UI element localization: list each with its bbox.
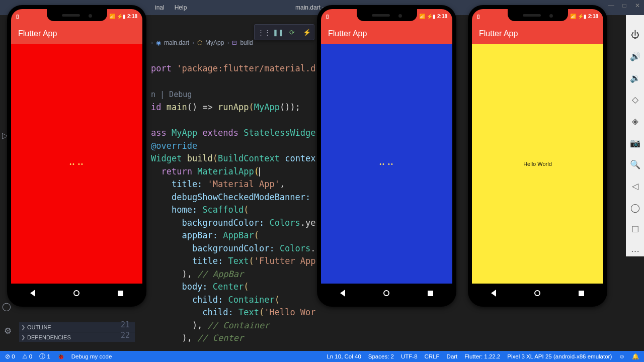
nav-back-icon[interactable] bbox=[340, 290, 345, 297]
more-icon[interactable]: ⋯ bbox=[631, 246, 639, 256]
status-flutter[interactable]: Flutter: 1.22.2 bbox=[464, 353, 500, 359]
status-feedback-icon[interactable]: ☺ bbox=[619, 353, 625, 359]
app-body: •• •• bbox=[321, 44, 452, 284]
maximize-button[interactable]: □ bbox=[621, 2, 628, 9]
code-lens[interactable]: n | Debug bbox=[151, 90, 192, 99]
home-icon[interactable]: ◯ bbox=[630, 203, 640, 213]
menu-help[interactable]: Help bbox=[171, 2, 191, 13]
status-eol[interactable]: CRLF bbox=[425, 353, 440, 359]
status-spaces[interactable]: Spaces: 2 bbox=[368, 353, 394, 359]
app-bar: Flutter App bbox=[321, 23, 452, 44]
class-icon: ⬡ bbox=[197, 39, 202, 46]
minimize-button[interactable]: — bbox=[608, 2, 615, 9]
emulator-phone-yellow: ▯ 📶 ⚡▮ 2:18 Flutter App Hello World bbox=[468, 5, 607, 307]
phone-notch bbox=[47, 9, 107, 21]
status-debug-text[interactable]: Debug my code bbox=[71, 353, 112, 359]
back-icon[interactable]: ◁ bbox=[632, 181, 638, 192]
phone-notch bbox=[357, 9, 417, 21]
restart-icon[interactable]: ⟳ bbox=[288, 29, 296, 36]
volume-up-icon[interactable]: 🔊 bbox=[630, 51, 640, 62]
breadcrumb-method[interactable]: build bbox=[240, 39, 253, 46]
app-bar: Flutter App bbox=[11, 23, 142, 44]
breadcrumb-file[interactable]: main.dart bbox=[164, 39, 189, 46]
hot-reload-icon[interactable]: ⚡ bbox=[303, 29, 311, 36]
app-bar: Flutter App bbox=[472, 23, 603, 44]
android-navbar bbox=[321, 284, 452, 303]
power-icon[interactable]: ⏻ bbox=[631, 30, 639, 40]
overview-icon[interactable]: ☐ bbox=[631, 224, 639, 235]
status-left: ▯ bbox=[16, 14, 19, 19]
nav-recent-icon[interactable] bbox=[579, 291, 584, 296]
drag-handle-icon[interactable]: ⋮⋮ bbox=[258, 29, 266, 36]
rotate-left-icon[interactable]: ◇ bbox=[632, 95, 638, 105]
pause-icon[interactable]: ❚❚ bbox=[273, 29, 281, 36]
emulator-phone-blue: ▯ 📶 ⚡▮ 2:18 Flutter App •• •• bbox=[317, 5, 456, 307]
status-encoding[interactable]: UTF-8 bbox=[401, 353, 418, 359]
rotate-right-icon[interactable]: ◈ bbox=[632, 116, 638, 127]
file-icon: ◉ bbox=[156, 39, 161, 46]
method-icon: ⊟ bbox=[232, 39, 237, 46]
status-warnings[interactable]: ⚠ 0 bbox=[22, 353, 33, 360]
status-language[interactable]: Dart bbox=[447, 353, 458, 359]
app-body: Hello World bbox=[472, 44, 603, 284]
android-navbar bbox=[11, 284, 142, 303]
breadcrumb[interactable]: › ◉ main.dart › ⬡ MyApp › ⊟ build bbox=[151, 39, 253, 46]
camera-icon[interactable]: 📷 bbox=[630, 138, 640, 148]
emulator-toolbar: ⏻ 🔊 🔉 ◇ ◈ 📷 🔍 ◁ ◯ ☐ ⋯ bbox=[626, 15, 644, 256]
nav-recent-icon[interactable] bbox=[118, 291, 123, 296]
nav-back-icon[interactable] bbox=[30, 290, 35, 297]
status-right: 📶 ⚡▮ 2:18 bbox=[109, 14, 137, 19]
status-bar: ⊘ 0 ⚠ 0 ⓘ 1 🐞 Debug my code Ln 10, Col 4… bbox=[0, 351, 644, 362]
nav-recent-icon[interactable] bbox=[428, 291, 433, 296]
nav-home-icon[interactable] bbox=[73, 290, 79, 296]
activitybar-account-icon[interactable]: ◯ bbox=[2, 302, 11, 311]
emulator-phone-red: ▯ 📶 ⚡▮ 2:18 Flutter App •• •• bbox=[7, 5, 146, 307]
breadcrumb-class[interactable]: MyApp bbox=[205, 39, 224, 46]
status-bell-icon[interactable]: 🔔 bbox=[632, 353, 639, 360]
app-body: •• •• bbox=[11, 44, 142, 284]
menu-terminal[interactable]: inal bbox=[151, 2, 169, 13]
zoom-icon[interactable]: 🔍 bbox=[630, 159, 640, 170]
status-errors[interactable]: ⊘ 0 bbox=[5, 353, 15, 360]
line-gutter: 21 22 bbox=[115, 320, 130, 341]
status-cursor-pos[interactable]: Ln 10, Col 40 bbox=[327, 353, 361, 359]
nav-home-icon[interactable] bbox=[534, 290, 540, 296]
settings-gear-icon[interactable]: ⚙ bbox=[4, 326, 12, 336]
android-navbar bbox=[472, 284, 603, 303]
nav-back-icon[interactable] bbox=[491, 290, 496, 297]
status-info[interactable]: ⓘ 1 bbox=[39, 353, 50, 360]
debug-toolbar[interactable]: ⋮⋮ ❚❚ ⟳ ⚡ bbox=[254, 24, 314, 40]
status-debug-icon[interactable]: 🐞 bbox=[57, 353, 64, 360]
phone-notch bbox=[508, 9, 568, 21]
close-button[interactable]: ✕ bbox=[634, 2, 641, 9]
volume-down-icon[interactable]: 🔉 bbox=[630, 73, 640, 83]
nav-home-icon[interactable] bbox=[383, 290, 389, 296]
status-device[interactable]: Pixel 3 XL API 25 (android-x86 emulator) bbox=[507, 353, 612, 359]
